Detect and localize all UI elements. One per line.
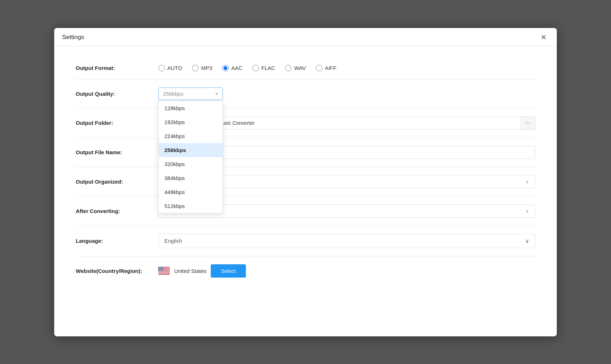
format-aiff-radio[interactable] (316, 65, 322, 71)
svg-rect-11 (158, 274, 170, 274)
svg-point-25 (159, 268, 160, 268)
svg-point-45 (159, 270, 160, 270)
svg-point-44 (159, 270, 159, 270)
output-organized-row: Output Organized: ∨ (76, 167, 535, 197)
language-dropdown[interactable]: English ∨ (158, 234, 535, 248)
svg-point-28 (162, 268, 162, 268)
output-format-options: AUTO MP3 AAC FLAC (158, 65, 535, 71)
website-country-content: United States Select (158, 264, 535, 278)
format-mp3-label: MP3 (201, 65, 212, 71)
quality-option-224[interactable]: 224kbps (159, 129, 223, 143)
quality-option-320[interactable]: 320kbps (159, 157, 223, 171)
language-row: Language: English ∨ (76, 226, 535, 256)
format-mp3-radio[interactable] (192, 65, 199, 71)
language-value: English (164, 238, 182, 244)
quality-option-512[interactable]: 512kbps (159, 199, 223, 213)
svg-point-20 (160, 268, 160, 268)
quality-dropdown-trigger[interactable]: 256kbps ∨ (158, 88, 223, 100)
output-filename-row: Output File Name: (76, 138, 535, 167)
format-auto[interactable]: AUTO (158, 65, 182, 71)
svg-point-35 (159, 269, 160, 269)
format-mp3[interactable]: MP3 (192, 65, 212, 71)
svg-point-32 (162, 269, 162, 269)
format-flac-radio[interactable] (252, 65, 259, 71)
svg-point-24 (159, 268, 159, 268)
svg-point-53 (162, 270, 163, 271)
svg-point-43 (162, 269, 163, 270)
output-organized-label: Output Organized: (76, 179, 158, 185)
svg-point-29 (159, 269, 159, 269)
svg-point-42 (162, 269, 162, 270)
svg-point-23 (162, 268, 163, 268)
select-country-button[interactable]: Select (211, 264, 246, 278)
language-chevron-icon: ∨ (525, 238, 529, 244)
svg-point-51 (161, 270, 161, 271)
format-aiff-label: AIFF (325, 65, 337, 71)
svg-point-26 (160, 268, 160, 268)
output-format-label: Output Format: (76, 65, 158, 71)
after-converting-chevron-icon: ∨ (526, 208, 529, 214)
svg-point-49 (159, 270, 159, 271)
quality-option-256[interactable]: 256kbps (159, 143, 223, 157)
format-aiff[interactable]: AIFF (316, 65, 337, 71)
language-label: Language: (76, 238, 158, 244)
format-radio-group: AUTO MP3 AAC FLAC (158, 65, 336, 71)
svg-rect-9 (158, 272, 170, 273)
svg-point-33 (162, 269, 163, 269)
svg-point-36 (160, 269, 160, 269)
quality-option-384[interactable]: 384kbps (159, 171, 223, 185)
quality-option-192[interactable]: 192kbps (159, 115, 223, 129)
country-section: United States Select (158, 264, 246, 278)
svg-point-47 (161, 270, 162, 270)
svg-point-40 (160, 269, 160, 270)
svg-point-15 (159, 267, 160, 267)
svg-rect-7 (158, 271, 170, 272)
svg-point-46 (160, 270, 160, 270)
svg-point-18 (162, 267, 162, 267)
output-filename-label: Output File Name: (76, 149, 158, 155)
svg-point-19 (159, 268, 159, 268)
output-folder-row: Output Folder: ··· (76, 108, 535, 138)
svg-point-52 (162, 270, 162, 271)
format-aac-radio[interactable] (222, 65, 229, 71)
svg-rect-10 (158, 273, 170, 274)
svg-point-27 (161, 268, 162, 268)
svg-point-37 (161, 269, 162, 269)
quality-selected-value: 256kbps (163, 91, 183, 97)
after-converting-row: After Converting: ∨ (76, 197, 535, 226)
settings-content: Output Format: AUTO MP3 AAC (54, 46, 557, 300)
format-auto-label: AUTO (167, 65, 182, 71)
close-button[interactable]: ✕ (538, 33, 549, 42)
svg-point-41 (161, 269, 161, 270)
format-aac[interactable]: AAC (222, 65, 242, 71)
format-flac[interactable]: FLAC (252, 65, 275, 71)
format-wav-radio[interactable] (285, 65, 291, 71)
svg-point-22 (162, 268, 162, 268)
svg-point-50 (160, 270, 160, 271)
quality-dropdown-wrapper: 256kbps ∨ 128kbps 192kbps 224kbps 256kbp… (158, 88, 223, 100)
output-folder-label: Output Folder: (76, 120, 158, 126)
quality-dropdown-menu: 128kbps 192kbps 224kbps 256kbps 320kbps … (158, 101, 223, 213)
quality-option-128[interactable]: 128kbps (159, 101, 223, 115)
quality-option-448[interactable]: 448kbps (159, 185, 223, 199)
after-converting-label: After Converting: (76, 208, 158, 214)
output-quality-row: Output Quality: 256kbps ∨ 128kbps 192kbp… (76, 80, 535, 108)
us-flag-icon (158, 267, 170, 275)
quality-chevron-icon: ∨ (215, 91, 218, 96)
svg-point-34 (159, 269, 159, 269)
output-quality-label: Output Quality: (76, 91, 158, 97)
format-flac-label: FLAC (261, 65, 275, 71)
website-country-label: Website(Country/Region): (76, 268, 158, 274)
svg-point-31 (161, 269, 161, 269)
svg-point-16 (160, 267, 160, 267)
format-auto-radio[interactable] (158, 65, 165, 71)
output-quality-content: 256kbps ∨ 128kbps 192kbps 224kbps 256kbp… (158, 88, 535, 100)
output-format-row: Output Format: AUTO MP3 AAC (76, 57, 535, 80)
svg-point-48 (162, 270, 162, 270)
svg-point-39 (159, 269, 159, 270)
svg-rect-12 (158, 274, 170, 275)
country-name: United States (174, 268, 206, 274)
folder-browse-button[interactable]: ··· (520, 116, 535, 130)
format-wav[interactable]: WAV (285, 65, 306, 71)
svg-point-14 (159, 267, 159, 267)
